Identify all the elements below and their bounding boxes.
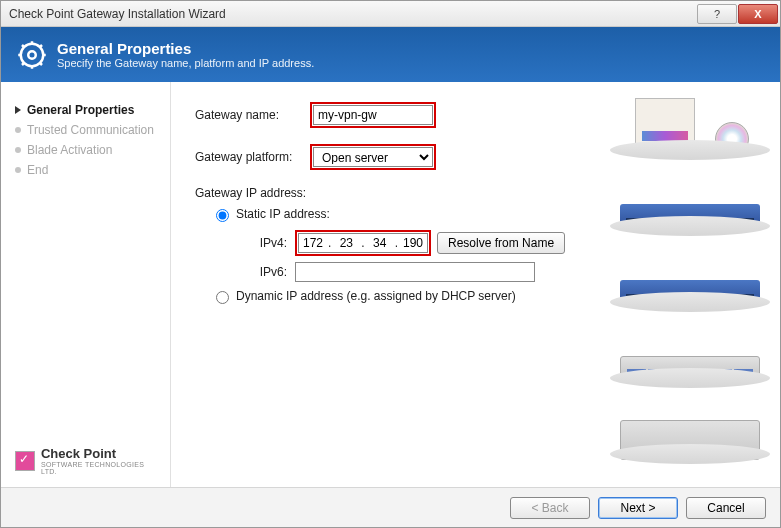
checkpoint-logo: Check Point SOFTWARE TECHNOLOGIES LTD. xyxy=(15,446,162,475)
step-general-properties[interactable]: General Properties xyxy=(15,100,162,120)
step-label: Trusted Communication xyxy=(27,123,154,137)
step-label: General Properties xyxy=(27,103,134,117)
title-controls: ? X xyxy=(697,4,778,24)
static-ip-label: Static IP address: xyxy=(236,207,330,221)
ipv6-input[interactable] xyxy=(295,262,535,282)
gateway-name-label: Gateway name: xyxy=(195,108,310,122)
ipv4-octet-1[interactable] xyxy=(299,234,327,252)
gateway-platform-select[interactable]: Open server xyxy=(313,147,433,167)
back-button[interactable]: < Back xyxy=(510,497,590,519)
logo-mark-icon xyxy=(15,451,35,471)
sidebar: General Properties Trusted Communication… xyxy=(1,82,171,487)
step-blade-activation[interactable]: Blade Activation xyxy=(15,140,162,160)
ipv4-input[interactable]: . . . xyxy=(298,233,428,253)
main-panel: Gateway name: Gateway platform: Open ser… xyxy=(171,82,780,487)
step-end[interactable]: End xyxy=(15,160,162,180)
gateway-name-input[interactable] xyxy=(313,105,433,125)
titlebar: Check Point Gateway Installation Wizard … xyxy=(1,1,780,27)
svg-point-1 xyxy=(28,51,36,59)
step-trusted-communication[interactable]: Trusted Communication xyxy=(15,120,162,140)
gateway-platform-label: Gateway platform: xyxy=(195,150,310,164)
logo-tagline: SOFTWARE TECHNOLOGIES LTD. xyxy=(41,461,162,475)
cancel-button[interactable]: Cancel xyxy=(686,497,766,519)
ipv4-octet-4[interactable] xyxy=(399,234,427,252)
gear-icon xyxy=(17,40,47,70)
window-title: Check Point Gateway Installation Wizard xyxy=(9,7,226,21)
svg-line-8 xyxy=(22,62,25,65)
dynamic-ip-radio[interactable] xyxy=(216,291,229,304)
next-button[interactable]: Next > xyxy=(598,497,678,519)
ipv6-label: IPv6: xyxy=(247,265,287,279)
close-button[interactable]: X xyxy=(738,4,778,24)
ipv4-octet-3[interactable] xyxy=(366,234,394,252)
svg-line-9 xyxy=(40,45,43,48)
ipv4-octet-2[interactable] xyxy=(332,234,360,252)
resolve-from-name-button[interactable]: Resolve from Name xyxy=(437,232,565,254)
wizard-window: Check Point Gateway Installation Wizard … xyxy=(0,0,781,528)
banner-title: General Properties xyxy=(57,40,314,57)
banner-subtitle: Specify the Gateway name, platform and I… xyxy=(57,57,314,69)
step-label: End xyxy=(27,163,48,177)
svg-line-7 xyxy=(40,62,43,65)
footer: < Back Next > Cancel xyxy=(1,487,780,527)
svg-line-6 xyxy=(22,45,25,48)
product-gallery xyxy=(610,92,770,472)
step-label: Blade Activation xyxy=(27,143,112,157)
logo-brand: Check Point xyxy=(41,446,162,461)
banner: General Properties Specify the Gateway n… xyxy=(1,27,780,82)
static-ip-radio[interactable] xyxy=(216,209,229,222)
help-button[interactable]: ? xyxy=(697,4,737,24)
dynamic-ip-label: Dynamic IP address (e.g. assigned by DHC… xyxy=(236,289,516,303)
ipv4-label: IPv4: xyxy=(247,236,287,250)
